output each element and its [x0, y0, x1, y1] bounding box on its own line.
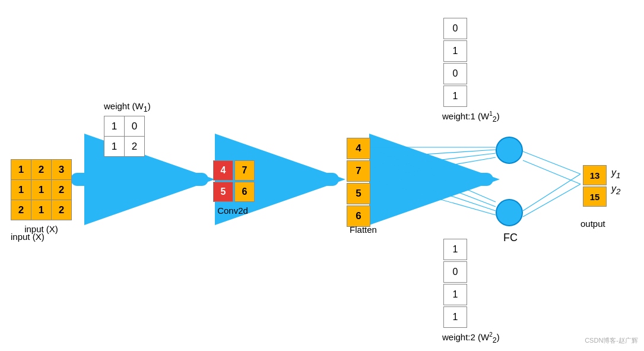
conv-result-table: 4 7 5 6: [212, 159, 256, 203]
out-2: 15: [583, 186, 607, 207]
weight-w1-label: weight (W1): [104, 101, 151, 113]
w1-2-1: 1: [104, 137, 125, 157]
weight-bottom: 1 0 1 1 weight:2 (W22): [442, 238, 500, 344]
cell-2-2: 1: [31, 180, 52, 200]
svg-line-6: [369, 158, 496, 207]
cell-1-3: 3: [52, 160, 72, 180]
conv-1-1: 4: [213, 160, 233, 181]
cell-3-3: 2: [52, 200, 72, 220]
conv-result: 4 7 5 6 Conv2d: [212, 159, 256, 203]
w1-1-2: 0: [125, 116, 145, 137]
weight-w1-table: 1 0 1 2: [104, 116, 145, 157]
weight-top-table: 0 1 0 1: [442, 17, 468, 108]
w1-2-2: 2: [125, 137, 145, 157]
weight-bottom-label: weight:2 (W22): [442, 331, 500, 344]
wt-1: 0: [443, 18, 467, 39]
svg-line-8: [369, 179, 496, 215]
conv-2-2: 6: [234, 182, 255, 202]
wt-2: 1: [443, 40, 467, 62]
neuron-bottom: [496, 199, 523, 226]
wt-4: 1: [443, 86, 467, 107]
svg-line-7: [369, 169, 496, 211]
output-table: 13 15: [582, 164, 608, 208]
input-matrix-table: 1 2 3 1 1 2 2 1 2: [11, 159, 72, 220]
neuron-top: [496, 137, 523, 164]
output-values: 13 15: [582, 164, 608, 208]
w1-1-1: 1: [104, 116, 125, 137]
svg-line-10: [523, 160, 580, 184]
flat-3: 5: [347, 183, 370, 204]
wb-4: 1: [443, 306, 467, 328]
svg-line-4: [369, 157, 496, 179]
output-label: output: [580, 219, 605, 229]
fc-label: FC: [503, 232, 518, 244]
cell-3-1: 2: [11, 200, 31, 220]
wb-3: 1: [443, 284, 467, 305]
flatten-table: 4 7 5 6: [345, 137, 372, 228]
flatten-result: 4 7 5 6 Flatten: [345, 137, 372, 228]
svg-line-5: [369, 147, 496, 202]
cell-2-3: 2: [52, 180, 72, 200]
input-matrix: 1 2 3 1 1 2 2 1 2 input (X): [11, 159, 72, 234]
flatten-label: Flatten: [345, 224, 381, 235]
svg-line-9: [523, 151, 580, 174]
wt-3: 0: [443, 63, 467, 84]
wb-2: 0: [443, 261, 467, 283]
flat-2: 7: [347, 160, 370, 182]
svg-line-11: [523, 174, 580, 211]
svg-line-2: [369, 150, 496, 158]
out-1: 13: [583, 165, 607, 185]
flat-4: 6: [347, 205, 370, 227]
cell-2-1: 1: [11, 180, 31, 200]
cell-1-2: 2: [31, 160, 52, 180]
watermark: CSDN博客-赵广辉: [585, 336, 638, 345]
svg-line-3: [369, 153, 496, 169]
weight-bottom-table: 1 0 1 1: [442, 238, 468, 329]
svg-line-12: [523, 184, 580, 217]
weight-top: 0 1 0 1 weight:1 (W12): [442, 17, 500, 124]
y1-label: y1: [611, 167, 620, 180]
cell-3-2: 1: [31, 200, 52, 220]
conv2d-label: Conv2d: [212, 205, 253, 216]
weight-top-label: weight:1 (W12): [442, 110, 500, 124]
connections-svg: [0, 0, 644, 351]
flat-1: 4: [347, 138, 370, 159]
conv-2-1: 5: [213, 182, 233, 202]
cell-1-1: 1: [11, 160, 31, 180]
conv-1-2: 7: [234, 160, 255, 181]
weight-w1: weight (W1) 1 0 1 2: [104, 101, 151, 157]
wb-1: 1: [443, 239, 467, 260]
diagram: 1 2 3 1 1 2 2 1 2 input (X) weight (W1) …: [0, 0, 644, 351]
y2-label: y2: [611, 184, 620, 196]
input-x-label: input (X): [11, 232, 45, 242]
